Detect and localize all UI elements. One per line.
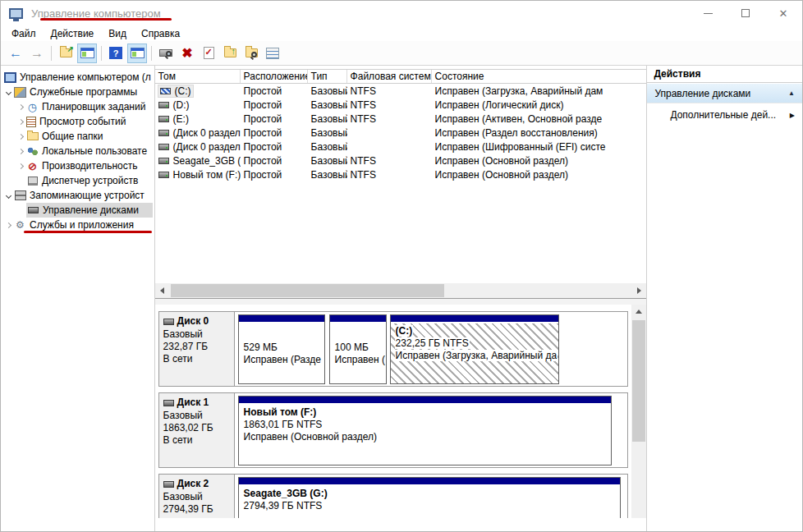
help-button[interactable]: ? — [106, 44, 126, 63]
delete-icon: ✖ — [181, 47, 192, 60]
pane-splitter[interactable] — [155, 298, 647, 305]
disk-icon — [163, 319, 174, 325]
menu-file[interactable]: Файл — [4, 26, 44, 41]
toolbar-separator — [101, 46, 102, 61]
actions-group-disk-management[interactable]: Управление дисками ▲ — [647, 83, 802, 103]
volume-icon — [158, 116, 169, 122]
chevron-down-icon[interactable] — [3, 194, 14, 198]
minimize-button[interactable] — [689, 1, 727, 25]
tools-icon — [14, 87, 26, 98]
mark-active-button[interactable]: ✓ — [199, 44, 218, 63]
column-header-filesystem[interactable]: Файловая система — [347, 70, 432, 83]
volume-icon — [158, 144, 169, 150]
computer-icon — [4, 72, 16, 83]
disk-icon — [27, 205, 39, 216]
table-row[interactable]: (D:) Простой Базовый NTFS Исправен (Логи… — [155, 98, 647, 112]
chevron-right-icon[interactable] — [16, 135, 26, 139]
column-header-volume[interactable]: Том — [155, 70, 241, 83]
menu-view[interactable]: Вид — [101, 26, 134, 41]
export-list-button[interactable]: ↗ — [56, 44, 76, 63]
rescan-disks-icon — [159, 49, 172, 57]
title-bar: Управление компьютером ✕ — [1, 1, 802, 25]
open-button[interactable]: ↑ — [220, 44, 240, 63]
chevron-down-icon[interactable] — [3, 90, 14, 94]
back-button[interactable]: ← — [6, 44, 25, 63]
chevron-right-icon[interactable] — [16, 164, 26, 168]
chevron-right-icon[interactable] — [16, 149, 26, 154]
scroll-left-icon[interactable] — [155, 283, 170, 298]
actions-pane: Действия Управление дисками ▲ Дополнител… — [646, 66, 802, 532]
shared-folder-icon — [26, 131, 39, 142]
chevron-right-icon[interactable] — [16, 120, 26, 124]
menu-action[interactable]: Действие — [44, 26, 102, 41]
column-header-type[interactable]: Тип — [308, 70, 347, 83]
main-area: Управление компьютером (л Служебные прог… — [1, 66, 802, 532]
disk2-label[interactable]: Диск 2 Базовый 2794,39 ГБ — [159, 475, 235, 518]
tree-item-task-scheduler[interactable]: ◷ Планировщик заданий — [1, 99, 154, 114]
horizontal-scrollbar[interactable] — [155, 283, 647, 298]
tree-item-system-tools[interactable]: Служебные программы — [1, 85, 154, 99]
submenu-arrow-icon: ▶ — [790, 112, 795, 119]
show-console-tree-button[interactable] — [77, 44, 97, 63]
column-header-layout[interactable]: Расположение — [241, 70, 308, 83]
rescan-disks-button[interactable] — [156, 44, 176, 63]
users-icon — [26, 146, 39, 157]
tree-item-disk-management[interactable]: Управление дисками — [1, 203, 154, 218]
partition-efi[interactable]: 100 МБ Исправен ( — [329, 314, 387, 384]
chevron-right-icon[interactable] — [3, 223, 14, 227]
tree-item-local-users[interactable]: Локальные пользовате — [1, 144, 154, 158]
close-icon: ✕ — [779, 8, 788, 19]
menu-bar: Файл Действие Вид Справка — [1, 25, 802, 41]
collapse-icon[interactable]: ▲ — [788, 89, 795, 97]
explore-button[interactable] — [241, 44, 261, 63]
scroll-right-icon[interactable] — [631, 283, 646, 298]
volume-list-empty-area — [155, 181, 647, 283]
tree-selection: Управление дисками — [26, 203, 153, 218]
actions-more-item[interactable]: Дополнительные дей... ▶ — [647, 103, 802, 126]
properties-button[interactable] — [263, 44, 282, 63]
partition-band — [239, 397, 611, 405]
scroll-up-icon[interactable] — [631, 305, 646, 319]
partition-f[interactable]: Новый том (F:) 1863,01 ГБ NTFS Исправен … — [238, 396, 612, 466]
disk1-label[interactable]: Диск 1 Базовый 1863,02 ГБ В сети — [159, 393, 235, 467]
disk-row: Диск 1 Базовый 1863,02 ГБ В сети Новый т… — [158, 392, 628, 468]
console-tree-icon — [80, 48, 94, 58]
forward-button[interactable]: → — [27, 44, 47, 63]
vertical-scrollbar[interactable] — [631, 305, 646, 518]
table-row[interactable]: (E:) Простой Базовый NTFS Исправен (Акти… — [155, 112, 647, 126]
volume-icon — [158, 172, 169, 178]
table-row[interactable]: Seagate_3GB (G:) Простой Базовый NTFS Ис… — [155, 154, 647, 167]
maximize-button[interactable] — [727, 1, 764, 25]
partition-g[interactable]: Seagate_3GB (G:) 2794,39 ГБ NTFS — [238, 477, 621, 518]
disk0-label[interactable]: Диск 0 Базовый 232,87 ГБ В сети — [159, 312, 235, 386]
chevron-right-icon[interactable] — [16, 105, 26, 109]
table-row[interactable]: (C:) Простой Базовый NTFS Исправен (Загр… — [155, 84, 647, 98]
partition-c[interactable]: (C:) 232,25 ГБ NTFS Исправен (Загрузка, … — [390, 314, 559, 384]
table-row[interactable]: (Диск 0 раздел 1) Простой Базовый Исправ… — [155, 126, 647, 140]
partition-recovery[interactable]: 529 МБ Исправен (Разде — [238, 314, 325, 384]
table-row[interactable]: Новый том (F:) Простой Базовый NTFS Испр… — [155, 167, 647, 181]
menu-help[interactable]: Справка — [134, 26, 187, 41]
tree-item-performance[interactable]: ⊘ Производительность — [1, 158, 154, 173]
tree-item-event-viewer[interactable]: Просмотр событий — [1, 114, 154, 129]
column-header-status[interactable]: Состояние — [432, 70, 647, 83]
disk-graphical-view: Диск 0 Базовый 232,87 ГБ В сети 529 МБ И… — [155, 305, 647, 518]
table-row[interactable]: (Диск 0 раздел 2) Простой Базовый Исправ… — [155, 140, 647, 154]
explore-folder-icon — [245, 48, 258, 57]
minimize-icon — [704, 13, 713, 14]
scrollbar-thumb[interactable] — [632, 320, 645, 442]
partition-band — [391, 315, 558, 323]
show-action-pane-button[interactable] — [127, 44, 147, 63]
tree-item-device-manager[interactable]: Диспетчер устройств — [1, 173, 154, 188]
volume-list-header: Том Расположение Тип Файловая система Со… — [155, 69, 647, 84]
disk-icon — [163, 481, 174, 488]
tree-item-shared-folders[interactable]: Общие папки — [1, 129, 154, 144]
tree-item-storage[interactable]: Запоминающие устройст — [1, 188, 154, 203]
delete-volume-button[interactable]: ✖ — [177, 44, 197, 63]
computer-management-window: { "window": { "title": "Управление компь… — [0, 0, 803, 532]
scrollbar-thumb[interactable] — [171, 284, 444, 297]
tree-item-computer-management[interactable]: Управление компьютером (л — [1, 70, 154, 85]
close-button[interactable]: ✕ — [764, 1, 802, 25]
console-tree: Управление компьютером (л Служебные прог… — [1, 66, 155, 532]
center-pane: Том Расположение Тип Файловая система Со… — [155, 66, 647, 532]
